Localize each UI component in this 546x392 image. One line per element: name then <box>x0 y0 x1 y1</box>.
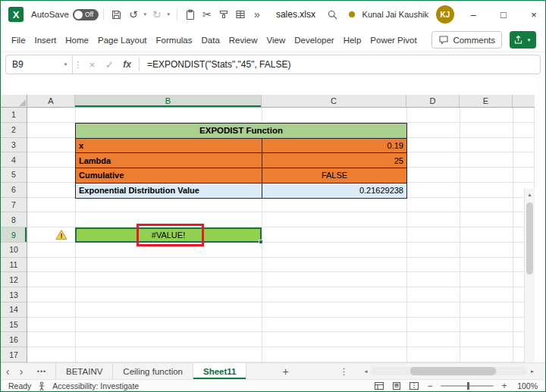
page-layout-view-icon[interactable] <box>391 381 402 390</box>
row-header[interactable]: 4 <box>1 152 27 168</box>
fill-handle[interactable] <box>259 240 263 244</box>
tab-page-layout[interactable]: Page Layout <box>93 28 152 52</box>
row-header[interactable]: 6 <box>1 183 27 198</box>
row-header[interactable]: 7 <box>1 198 27 213</box>
row-header-selected[interactable]: 9 <box>1 227 27 243</box>
row-header[interactable]: 14 <box>1 303 27 318</box>
horizontal-scroll-track[interactable] <box>371 367 527 375</box>
column-header-b[interactable]: B <box>75 95 262 107</box>
accessibility-status[interactable]: Accessibility: Investigate <box>52 381 139 390</box>
search-button[interactable] <box>325 5 341 24</box>
sheet-list-button[interactable]: ••• <box>31 363 52 379</box>
row-header[interactable]: 16 <box>1 332 27 347</box>
select-all-corner[interactable] <box>1 95 27 108</box>
column-header-c[interactable]: C <box>262 95 406 107</box>
row-header[interactable]: 1 <box>1 108 27 123</box>
tab-view[interactable]: View <box>262 28 290 52</box>
maximize-button[interactable]: □ <box>492 1 515 28</box>
tab-home[interactable]: Home <box>61 28 93 52</box>
minimize-button[interactable]: – <box>462 1 485 28</box>
scroll-right-icon[interactable]: ► <box>527 368 538 374</box>
horizontal-scrollbar[interactable]: ◄ ► <box>360 365 538 377</box>
normal-view-icon[interactable] <box>374 381 384 390</box>
cell-c4-value[interactable]: 25 <box>262 153 407 168</box>
row-header[interactable]: 13 <box>1 287 27 303</box>
row-header[interactable]: 3 <box>1 138 27 153</box>
undo-button[interactable]: ↺ <box>125 5 142 24</box>
tab-context-menu-icon[interactable]: ⋮ <box>336 363 351 379</box>
sheet-nav-next-icon[interactable]: › <box>14 363 28 379</box>
borders-button[interactable] <box>232 5 249 24</box>
tab-insert[interactable]: Insert <box>30 28 61 52</box>
zoom-slider[interactable] <box>441 385 494 387</box>
column-header-d[interactable]: D <box>406 95 460 107</box>
scroll-left-icon[interactable]: ◄ <box>360 368 371 374</box>
cell-c3-value[interactable]: 0.19 <box>262 139 407 154</box>
undo-dropdown-icon[interactable]: ▾ <box>142 11 149 17</box>
row-header[interactable]: 17 <box>1 347 27 362</box>
tab-review[interactable]: Review <box>224 28 262 52</box>
add-sheet-button[interactable]: + <box>277 363 293 379</box>
more-commands-button[interactable]: » <box>249 5 265 24</box>
document-title[interactable]: sales.xlsx <box>276 9 315 20</box>
cell-c6-value[interactable]: 0.21629238 <box>262 183 407 199</box>
format-painter-button[interactable] <box>215 5 232 24</box>
zoom-level[interactable]: 100% <box>515 381 538 390</box>
sheet-nav-prev-icon[interactable]: ‹ <box>1 363 14 379</box>
tab-power-pivot[interactable]: Power Pivot <box>366 28 421 52</box>
row-header[interactable]: 5 <box>1 168 27 183</box>
row-header[interactable]: 10 <box>1 243 27 258</box>
zoom-out-button[interactable]: − <box>426 381 434 391</box>
sheet-tab-ceiling-function[interactable]: Ceiling function <box>113 363 193 379</box>
row-header[interactable]: 11 <box>1 258 27 273</box>
autosave-switch-icon[interactable]: Off <box>73 9 99 20</box>
cell-b6-label[interactable]: Exponential Distribution Value <box>76 183 262 199</box>
tab-data[interactable]: Data <box>197 28 224 52</box>
cell-b5-label[interactable]: Cumulative <box>76 168 262 183</box>
column-header-e[interactable]: E <box>460 95 513 107</box>
cells-area[interactable]: EXPODIST Function x 0.19 Lambda 25 Cumul… <box>27 108 535 362</box>
formula-bar-drag-icon[interactable]: ⋮ <box>73 55 83 74</box>
row-header[interactable]: 15 <box>1 318 27 333</box>
avatar[interactable]: KJ <box>436 5 454 24</box>
share-button[interactable]: ▾ <box>510 31 536 49</box>
formula-input[interactable]: =EXPONDIST("Stats","45", FALSE) <box>143 55 540 74</box>
name-box-dropdown-icon[interactable]: ▾ <box>62 61 69 67</box>
insert-function-button[interactable]: fx <box>118 55 136 74</box>
zoom-in-button[interactable]: + <box>500 381 508 391</box>
column-header-f-partial[interactable] <box>513 95 535 107</box>
column-header-a[interactable]: A <box>27 95 75 107</box>
tab-file[interactable]: File <box>7 28 30 52</box>
vertical-scrollbar[interactable]: ▲ ▼ <box>524 189 535 392</box>
cell-b4-label[interactable]: Lambda <box>76 153 262 168</box>
error-warning-icon[interactable]: ! <box>55 229 67 240</box>
autosave-toggle[interactable]: AutoSave Off <box>31 9 99 20</box>
row-header[interactable]: 8 <box>1 212 27 227</box>
cell-c5-value[interactable]: FALSE <box>262 168 407 183</box>
close-button[interactable]: × <box>522 1 545 28</box>
save-button[interactable] <box>108 5 125 24</box>
table-title-cell[interactable]: EXPODIST Function <box>76 124 407 139</box>
vertical-scroll-thumb[interactable] <box>526 202 533 274</box>
cell-b3-label[interactable]: x <box>76 139 262 154</box>
sheet-tab-betainv[interactable]: BETAINV <box>55 363 113 379</box>
zoom-slider-thumb[interactable] <box>467 382 469 390</box>
tab-developer[interactable]: Developer <box>290 28 338 52</box>
name-box[interactable]: B9 ▾ <box>6 55 73 74</box>
user-name[interactable]: Kunal Jai Kaushik <box>362 10 428 19</box>
scroll-up-icon[interactable]: ▲ <box>525 189 535 200</box>
cancel-button[interactable]: × <box>83 55 101 74</box>
paste-button[interactable] <box>182 5 199 24</box>
tab-help[interactable]: Help <box>339 28 366 52</box>
sheet-tab-sheet11[interactable]: Sheet11 <box>193 363 246 379</box>
comments-button[interactable]: Comments <box>431 31 502 49</box>
row-header[interactable]: 12 <box>1 272 27 287</box>
enter-button[interactable]: ✓ <box>101 55 118 74</box>
page-break-view-icon[interactable] <box>409 381 419 390</box>
redo-button[interactable]: ↻ <box>149 5 165 24</box>
tab-formulas[interactable]: Formulas <box>152 28 197 52</box>
row-header[interactable]: 2 <box>1 123 27 138</box>
redo-dropdown-icon[interactable]: ▾ <box>165 11 172 17</box>
cut-button[interactable]: ✂ <box>199 5 215 24</box>
horizontal-scroll-thumb[interactable] <box>410 367 496 375</box>
